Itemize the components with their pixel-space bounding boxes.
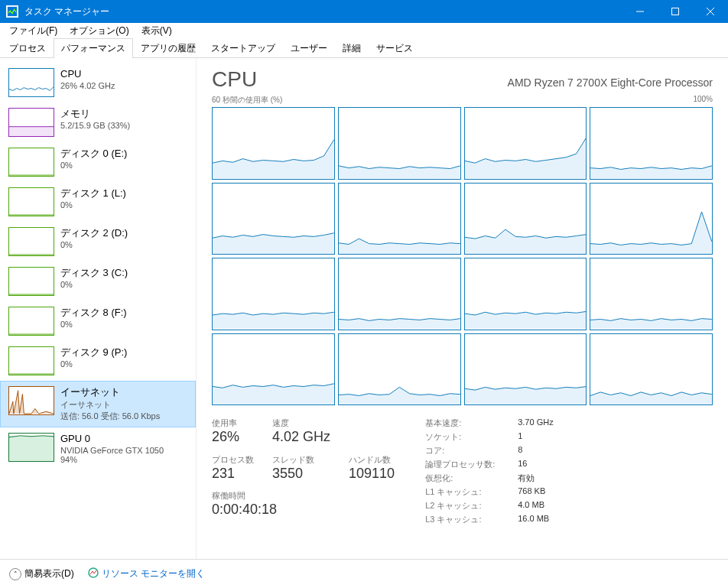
tab-6[interactable]: サービス: [369, 38, 421, 58]
cpu-core-chart-7: [590, 183, 713, 255]
fewer-details-button[interactable]: ˄ 簡易表示(D): [9, 567, 74, 580]
cpu-core-chart-13: [338, 333, 461, 406]
sidebar-item-disk-6[interactable]: ディスク 8 (F:)0%: [0, 301, 196, 341]
svg-marker-20: [465, 229, 587, 254]
graph-label-left: 60 秒間の使用率 (%): [212, 95, 282, 106]
tab-0[interactable]: プロセス: [2, 38, 54, 58]
svg-marker-23: [339, 319, 460, 330]
close-button[interactable]: [693, 0, 728, 23]
thumbnail-chart: [8, 386, 54, 415]
sidebar-item-cpu-0[interactable]: CPU26% 4.02 GHz: [0, 63, 196, 102]
sidebar-item-sub: 5.2/15.9 GB (33%): [60, 121, 130, 130]
usage-value: 26%: [212, 429, 254, 445]
cpu-core-chart-0: [212, 107, 335, 180]
thumbnail-chart: [8, 346, 54, 375]
sidebar-item-sub: NVIDIA GeForce GTX 1050: [60, 446, 164, 455]
cpu-core-chart-9: [338, 258, 461, 330]
cpu-core-chart-12: [212, 333, 335, 406]
svg-marker-21: [590, 212, 712, 255]
sidebar-item-disk-7[interactable]: ディスク 9 (P:)0%: [0, 341, 196, 381]
sidebar-item-sub: 26% 4.02 GHz: [60, 81, 115, 90]
tab-1[interactable]: パフォーマンス: [54, 38, 133, 58]
thumbnail-chart: [8, 108, 54, 137]
cpu-graph-grid: [212, 107, 713, 405]
svg-marker-19: [339, 239, 460, 254]
processes-value: 231: [212, 466, 254, 482]
sidebar-item-label: CPU: [60, 68, 115, 81]
window-controls: [622, 0, 728, 23]
sidebar-item-sub: 0%: [60, 280, 128, 289]
processes-label: プロセス数: [212, 454, 254, 466]
thumbnail-chart: [8, 148, 54, 177]
cpu-core-chart-3: [590, 107, 713, 180]
maximize-button[interactable]: [658, 0, 693, 23]
minimize-button[interactable]: [622, 0, 658, 23]
sidebar-item-net-8[interactable]: イーサネットイーサネット送信: 56.0 受信: 56.0 Kbps: [0, 381, 196, 427]
stat-label: 論理プロセッサ数:: [425, 459, 495, 470]
handles-value: 109110: [349, 466, 395, 482]
cpu-name: AMD Ryzen 7 2700X Eight-Core Processor: [508, 76, 713, 89]
tab-3[interactable]: スタートアップ: [203, 38, 283, 58]
thumbnail-chart: [8, 307, 54, 336]
uptime-value: 0:00:40:18: [212, 502, 395, 518]
stat-label: 基本速度:: [425, 417, 495, 429]
main-panel: CPU AMD Ryzen 7 2700X Eight-Core Process…: [197, 58, 728, 559]
handles-label: ハンドル数: [349, 454, 395, 466]
sidebar-item-sub: 0%: [60, 200, 126, 210]
sidebar-item-label: ディスク 9 (P:): [60, 346, 127, 359]
sidebar-item-disk-5[interactable]: ディスク 3 (C:)0%: [0, 262, 196, 301]
tab-2[interactable]: アプリの履歴: [133, 38, 203, 58]
sidebar-item-label: イーサネット: [60, 386, 160, 399]
svg-marker-24: [465, 311, 587, 329]
tab-strip: プロセスパフォーマンスアプリの履歴スタートアップユーザー詳細サービス: [0, 38, 728, 58]
tab-5[interactable]: 詳細: [335, 38, 369, 58]
sidebar-item-label: ディスク 2 (D:): [60, 227, 128, 240]
svg-marker-16: [465, 138, 587, 179]
stat-value: 8: [518, 445, 553, 456]
graph-label-right: 100%: [693, 95, 713, 106]
sidebar-item-sub2: 送信: 56.0 受信: 56.0 Kbps: [60, 411, 160, 422]
menu-view[interactable]: 表示(V): [135, 23, 178, 39]
svg-rect-13: [9, 436, 54, 461]
usage-label: 使用率: [212, 417, 254, 429]
sidebar-item-sub: 0%: [60, 161, 127, 170]
sidebar-item-label: ディスク 1 (L:): [60, 187, 126, 200]
stat-value: 16.0 MB: [518, 514, 553, 525]
cpu-core-chart-15: [590, 333, 713, 406]
sidebar-item-label: ディスク 3 (C:): [60, 267, 128, 280]
stat-value: 4.0 MB: [518, 500, 553, 512]
speed-value: 4.02 GHz: [272, 429, 330, 445]
stat-label: 仮想化:: [425, 473, 495, 484]
menubar: ファイル(F) オプション(O) 表示(V): [0, 23, 728, 38]
sidebar-item-disk-2[interactable]: ディスク 0 (E:)0%: [0, 142, 196, 182]
sidebar-item-disk-4[interactable]: ディスク 2 (D:)0%: [0, 222, 196, 262]
thumbnail-chart: [8, 267, 54, 296]
page-title: CPU: [212, 67, 508, 92]
cpu-core-chart-11: [590, 258, 713, 330]
stat-label: コア:: [425, 445, 495, 456]
sidebar-item-sub: 0%: [60, 359, 127, 369]
sidebar-item-mem-1[interactable]: メモリ5.2/15.9 GB (33%): [0, 102, 196, 142]
cpu-core-chart-10: [464, 258, 587, 330]
menu-options[interactable]: オプション(O): [63, 23, 135, 39]
sidebar-item-sub2: 94%: [60, 455, 164, 464]
thumbnail-chart: [8, 433, 54, 462]
app-icon: [6, 5, 18, 18]
stat-label: ソケット:: [425, 431, 495, 443]
speed-label: 速度: [272, 417, 330, 429]
sidebar-item-gpu-9[interactable]: GPU 0NVIDIA GeForce GTX 105094%: [0, 427, 196, 469]
uptime-label: 稼働時間: [212, 490, 395, 502]
stat-value: 768 KB: [518, 486, 553, 498]
tab-4[interactable]: ユーザー: [283, 38, 335, 58]
svg-rect-2: [672, 8, 679, 15]
sidebar-item-disk-3[interactable]: ディスク 1 (L:)0%: [0, 182, 196, 222]
stat-label: L1 キャッシュ:: [425, 486, 495, 498]
menu-file[interactable]: ファイル(F): [3, 23, 63, 39]
stat-label: L3 キャッシュ:: [425, 514, 495, 525]
sidebar-item-label: GPU 0: [60, 433, 164, 446]
open-resource-monitor[interactable]: リソース モニターを開く: [88, 567, 205, 580]
stat-label: L2 キャッシュ:: [425, 500, 495, 512]
thumbnail-chart: [8, 227, 54, 256]
window-title: タスク マネージャー: [24, 5, 622, 18]
sidebar-item-sub: 0%: [60, 240, 128, 249]
